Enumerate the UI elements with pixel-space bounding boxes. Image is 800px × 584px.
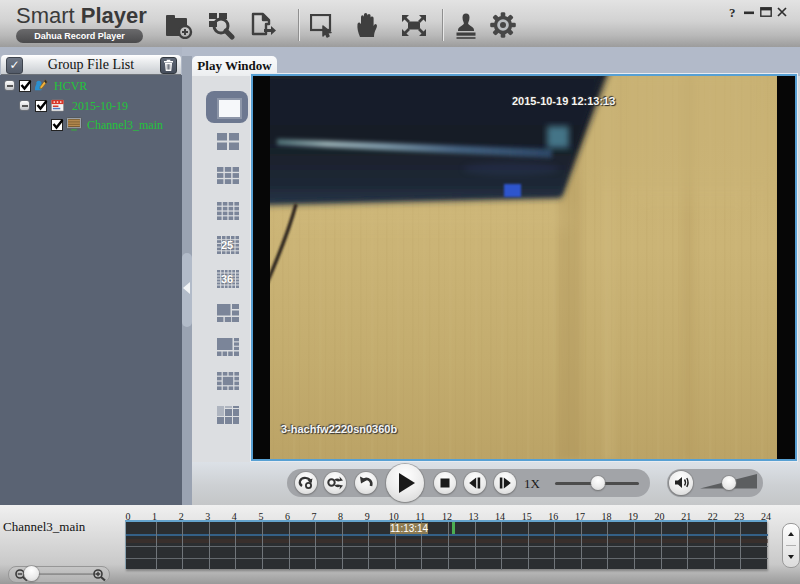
- svg-text:?: ?: [729, 5, 736, 20]
